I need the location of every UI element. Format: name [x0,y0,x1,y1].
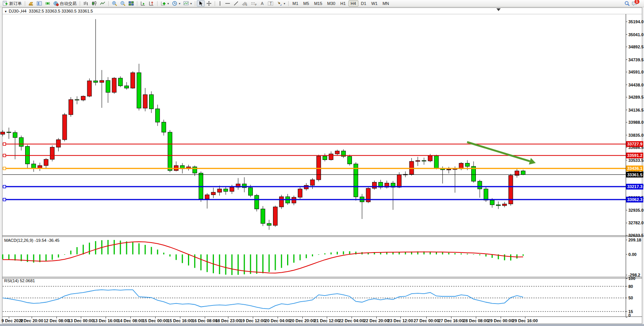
autotrading-button[interactable]: 自动交易 [52,0,78,6]
macd-histogram-bar [33,254,34,262]
navigator-button[interactable] [35,0,43,6]
timeframe-toolbar: M1M5M15M30H1H4D1W1MN [290,0,391,6]
trendline-button[interactable] [232,0,240,6]
price-badge-label: 33591.2 [627,153,642,158]
level-anchor [3,198,6,201]
periods-button[interactable]: ▾ [170,0,182,6]
crosshair-button[interactable] [205,0,213,6]
level-price-badge[interactable]: 33591.2 [626,153,643,158]
level-anchor [3,185,6,188]
candle-body [397,175,401,187]
channel-icon: F [251,1,257,6]
new-order-button[interactable]: 新订单 [1,0,23,6]
level-price-badge[interactable]: 33727.9 [626,141,643,147]
horizontal-line-button[interactable] [223,0,232,6]
channel-button[interactable]: F [249,0,259,6]
chat-badge: 1 [634,0,639,4]
timeframe-button-w1[interactable]: W1 [369,0,380,6]
line-chart-button[interactable] [98,0,107,6]
templates-button[interactable]: ▾ [182,0,193,6]
macd-histogram-bar [114,240,115,254]
signals-icon [45,1,50,6]
autotrading-label: 自动交易 [60,1,77,6]
timeframe-button-h4[interactable]: H4 [348,0,358,6]
search-button[interactable] [623,0,631,6]
tile-windows-button[interactable] [127,0,135,6]
cursor-button[interactable] [197,0,205,6]
rsi-tick-label: 80 [628,284,633,289]
price-tick [626,235,627,236]
price-tick [626,34,627,35]
timeframe-button-m30[interactable]: M30 [325,0,337,6]
candle-body [453,169,457,170]
macd-histogram-bar [293,254,294,263]
candle-body [118,78,122,86]
vertical-line-button[interactable] [217,0,223,6]
timeframe-button-m5[interactable]: M5 [301,0,311,6]
timeframe-button-h1[interactable]: H1 [338,0,348,6]
macd-histogram-bar [337,252,338,254]
clock-icon [172,1,177,6]
macd-histogram-bar [300,254,301,260]
candlestick-chart-button[interactable] [90,0,98,6]
macd-histogram-bar [250,254,251,274]
level-anchor [3,154,6,157]
chart-title-bar[interactable]: ▼DJ30-,H4 33362.5 33363.5 33360.5 33361.… [4,9,93,13]
chart-shift-button[interactable] [147,0,156,6]
svg-text:F: F [255,3,257,6]
zoom-in-button[interactable] [110,0,119,6]
timeframe-button-d1[interactable]: D1 [359,0,369,6]
search-icon [624,1,630,6]
candle-body [521,171,525,175]
candle-body [348,157,352,164]
signals-button[interactable] [43,0,52,6]
separator [80,1,80,6]
candle-body [249,188,253,195]
panel-separator [2,277,642,277]
time-tick-label: 28 Dec 08:00 [463,318,489,323]
tile-windows-icon [128,1,134,6]
separator [288,1,289,6]
chart-canvas[interactable]: 35194.035041.034892.534739.534591.034438… [0,0,644,326]
macd-histogram-bar [504,254,505,260]
time-tick-label: 22 Dec 04:00 [339,318,365,323]
chat-button[interactable]: 1 [631,1,638,6]
text-label-button[interactable]: T [266,0,275,6]
time-tick-label: 19 Dec 12:00 [240,318,266,323]
vertical-line-icon [218,1,222,6]
level-price-badge[interactable]: 33436.1 [626,166,643,171]
timeframe-button-m15[interactable]: M15 [312,0,324,6]
fibonacci-button[interactable]: E [240,0,249,6]
zoom-out-icon [120,1,125,6]
timeframe-button-m1[interactable]: M1 [290,0,300,6]
price-tick-label: 34438.0 [628,83,644,87]
indicators-button[interactable]: ▾ [159,0,170,6]
candle-body [465,163,469,166]
panel-separator [2,316,642,317]
timeframe-button-mn[interactable]: MN [380,0,391,6]
macd-histogram-bar [312,254,313,256]
candle-body [373,182,377,189]
crosshair-icon [206,1,212,6]
arrows-button[interactable]: ▾ [275,0,287,6]
text-button[interactable]: A [259,0,266,6]
bar-chart-button[interactable] [82,0,90,6]
level-price-badge[interactable]: 33217.3 [626,184,643,190]
macd-histogram-bar [201,254,202,270]
price-tick-label: 34289.5 [628,95,644,99]
macd-tick-label: 209.18 [628,238,641,242]
macd-histogram-bar [262,254,263,273]
price-tick [626,135,627,135]
current-price-badge[interactable]: 33361.5 [626,172,643,177]
market-watch-button[interactable] [27,0,35,6]
zoom-out-button[interactable] [119,0,127,6]
auto-scroll-button[interactable] [139,0,147,6]
level-price-badge[interactable]: 33062.3 [626,197,643,203]
candle-body [19,137,23,146]
time-tick-label: 23 Dec 12:00 [388,318,413,323]
candle-body [149,94,154,109]
level-anchor [3,143,6,145]
macd-histogram-bar [318,254,319,255]
time-tick-label: 20 Dec 04:00 [265,318,291,323]
macd-histogram-bar [491,254,493,258]
